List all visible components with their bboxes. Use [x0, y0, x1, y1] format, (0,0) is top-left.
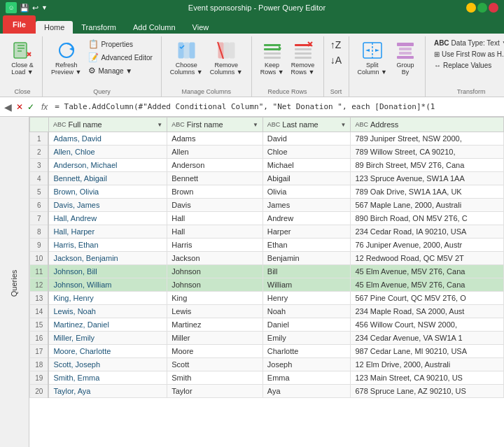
first-name-cell: Scott [167, 358, 263, 371]
data-type-label: Data Type: Text ▼ [451, 39, 504, 47]
table-area[interactable]: ABC Full name ▼ ABC First name ▼ [29, 117, 504, 447]
use-first-row-button[interactable]: ⊞ Use First Row as H... [431, 49, 504, 59]
keep-rows-icon [261, 39, 284, 62]
transform-small-buttons: ABC Data Type: Text ▼ ⊞ Use First Row as… [431, 38, 504, 80]
last-name-cell: Benjamin [262, 252, 351, 265]
col-header-address[interactable]: ABC Address [351, 118, 504, 132]
table-row[interactable]: 8 Hall, Harper Hall Harper 234 Cedar Roa… [30, 225, 504, 239]
col-header-first-name[interactable]: ABC First name ▼ [167, 118, 263, 132]
full-name-filter-arrow[interactable]: ▼ [157, 122, 162, 128]
quick-access-save[interactable]: 💾 [20, 3, 29, 13]
address-cell: 45 Elm Avenue, M5V 2T6, Cana [351, 278, 504, 292]
properties-label: Properties [101, 41, 133, 48]
last-name-filter-arrow[interactable]: ▼ [341, 122, 346, 128]
full-name-cell: Moore, Charlotte [48, 345, 167, 358]
address-cell: 567 Maple Lane, 2000, Australi [351, 199, 504, 212]
quick-access-dropdown[interactable]: ▼ [41, 4, 48, 11]
group-by-button[interactable]: GroupBy [391, 38, 419, 77]
table-row[interactable]: 5 Brown, Olivia Brown Olivia 789 Oak Dri… [30, 185, 504, 199]
quick-access-undo[interactable]: ↩ [32, 3, 38, 13]
col-header-last-name[interactable]: ABC Last name ▼ [262, 118, 351, 132]
row-number-cell: 4 [30, 172, 49, 185]
last-name-cell: Aya [262, 385, 351, 398]
properties-button[interactable]: 📋 Properties [85, 38, 155, 50]
svg-marker-24 [365, 49, 370, 52]
address-col-label: Address [370, 120, 398, 129]
tab-file[interactable]: File [3, 15, 36, 34]
data-table: ABC Full name ▼ ABC First name ▼ [29, 117, 504, 398]
address-cell: 789 Oak Drive, SW1A 1AA, UK [351, 185, 504, 199]
ribbon-group-transform: ABC Data Type: Text ▼ ⊞ Use First Row as… [426, 36, 504, 97]
tab-home[interactable]: Home [36, 21, 73, 34]
tab-transform[interactable]: Transform [73, 21, 125, 34]
sort-asc-icon: ↑Z [330, 39, 342, 50]
replace-values-button[interactable]: ↔ Replace Values [431, 60, 504, 71]
table-row[interactable]: 17 Moore, Charlotte Moore Charlotte 987 … [30, 345, 504, 358]
formula-cancel-button[interactable]: ✕ [16, 102, 23, 112]
table-row[interactable]: 13 King, Henry King Henry 567 Pine Court… [30, 292, 504, 305]
table-row[interactable]: 6 Davis, James Davis James 567 Maple Lan… [30, 199, 504, 212]
table-row[interactable]: 3 Anderson, Michael Anderson Michael 89 … [30, 159, 504, 172]
last-name-cell: Chloe [262, 146, 351, 159]
table-row[interactable]: 18 Scott, Joseph Scott Joseph 12 Elm Dri… [30, 358, 504, 371]
advanced-editor-button[interactable]: 📝 Advanced Editor [85, 51, 155, 64]
refresh-icon [55, 39, 78, 62]
last-name-cell: Charlotte [262, 345, 351, 358]
group-by-icon [394, 39, 416, 62]
first-name-cell: Bennett [167, 172, 263, 185]
ribbon-group-manage-columns: ChooseColumns ▼ RemoveColumns ▼ Manage C… [162, 36, 252, 97]
last-name-cell: Michael [262, 159, 351, 172]
formula-input[interactable]: = Table.AddColumn(#"Added Conditional Co… [55, 102, 500, 111]
table-row[interactable]: 10 Jackson, Benjamin Jackson Benjamin 12… [30, 252, 504, 265]
full-name-cell: Harris, Ethan [48, 239, 167, 252]
address-cell: 123 Spruce Avenue, SW1A 1AA [351, 172, 504, 185]
svg-rect-13 [264, 52, 281, 55]
address-cell: 76 Juniper Avenue, 2000, Austr [351, 239, 504, 252]
data-type-button[interactable]: ABC Data Type: Text ▼ [431, 38, 504, 48]
first-name-filter-arrow[interactable]: ▼ [253, 122, 258, 128]
tab-add-column[interactable]: Add Column [125, 21, 184, 34]
table-row[interactable]: 12 Johnson, William Johnson William 45 E… [30, 278, 504, 292]
sort-asc-button[interactable]: ↑Z [328, 38, 344, 52]
first-name-cell: Allen [167, 146, 263, 159]
table-row[interactable]: 9 Harris, Ethan Harris Ethan 76 Juniper … [30, 239, 504, 252]
refresh-preview-button[interactable]: RefreshPreview ▼ [48, 38, 84, 77]
table-row[interactable]: 11 Johnson, Bill Johnson Bill 45 Elm Ave… [30, 265, 504, 278]
ribbon-group-close: Close &Load ▼ Close [3, 36, 43, 97]
tab-view[interactable]: View [184, 21, 218, 34]
query-small-buttons: 📋 Properties 📝 Advanced Editor ⚙ Manage … [85, 38, 155, 87]
queries-panel: Queries [0, 117, 29, 447]
sort-desc-button[interactable]: ↓A [328, 53, 344, 67]
choose-columns-button[interactable]: ChooseColumns ▼ [167, 38, 206, 77]
svg-rect-9 [230, 43, 234, 58]
table-row[interactable]: 19 Smith, Emma Smith Emma 123 Main Stree… [30, 371, 504, 385]
remove-rows-button[interactable]: RemoveRows ▼ [288, 38, 318, 77]
table-row[interactable]: 20 Taylor, Aya Taylor Aya 678 Spruce Lan… [30, 385, 504, 398]
maximize-button[interactable] [477, 3, 487, 13]
table-row[interactable]: 1 Adams, David Adams David 789 Juniper S… [30, 132, 504, 146]
col-header-full-name[interactable]: ABC Full name ▼ [48, 118, 167, 132]
minimize-button[interactable] [466, 3, 476, 13]
split-column-button[interactable]: SplitColumn ▼ [355, 38, 390, 77]
replace-values-icon: ↔ [434, 62, 441, 69]
table-row[interactable]: 7 Hall, Andrew Hall Andrew 890 Birch Roa… [30, 212, 504, 225]
table-row[interactable]: 16 Miller, Emily Miller Emily 234 Cedar … [30, 332, 504, 345]
last-name-cell: Abigail [262, 172, 351, 185]
close-button[interactable] [489, 3, 498, 13]
address-cell: 234 Maple Road, SA 2000, Aust [351, 305, 504, 318]
table-row[interactable]: 2 Allen, Chloe Allen Chloe 789 Willow St… [30, 146, 504, 159]
table-row[interactable]: 15 Martinez, Daniel Martinez Daniel 456 … [30, 318, 504, 332]
table-row[interactable]: 4 Bennett, Abigail Bennett Abigail 123 S… [30, 172, 504, 185]
formula-nav-left[interactable]: ◀ [4, 101, 12, 113]
address-cell: 789 Juniper Street, NSW 2000, [351, 132, 504, 146]
formula-bar: ◀ ✕ ✓ fx = Table.AddColumn(#"Added Condi… [0, 97, 504, 117]
formula-confirm-button[interactable]: ✓ [27, 102, 34, 112]
keep-rows-button[interactable]: KeepRows ▼ [258, 38, 287, 77]
address-cell: 567 Pine Court, QC M5V 2T6, O [351, 292, 504, 305]
manage-button[interactable]: ⚙ Manage ▼ [85, 64, 155, 77]
table-row[interactable]: 14 Lewis, Noah Lewis Noah 234 Maple Road… [30, 305, 504, 318]
close-load-button[interactable]: Close &Load ▼ [8, 38, 36, 77]
svg-rect-12 [264, 48, 281, 50]
ribbon-tabs: File Home Transform Add Column View [0, 15, 504, 34]
remove-columns-button[interactable]: RemoveColumns ▼ [207, 38, 246, 77]
